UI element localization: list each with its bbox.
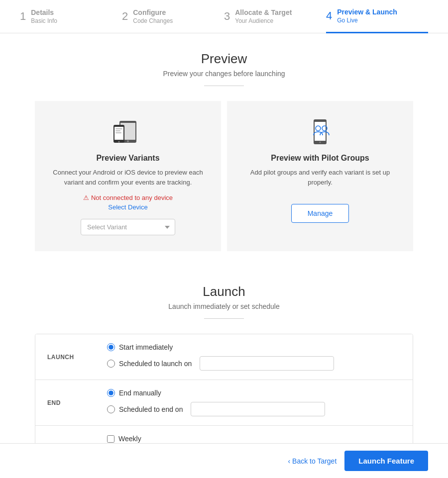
scheduled-end-date-input[interactable] [191,402,325,416]
start-immediately-label: Start immediately [119,343,173,351]
svg-rect-6 [115,130,120,131]
select-device-link[interactable]: Select Device [108,203,147,211]
svg-rect-10 [315,122,326,141]
launch-row-options: Start immediately Scheduled to launch on [107,343,401,371]
end-row-label: END [47,399,107,406]
launch-feature-button[interactable]: Launch Feature [344,451,428,471]
preview-pilot-card: Preview with Pilot Groups Add pilot grou… [227,101,413,251]
step-title-configure: Configure [133,8,173,16]
launch-divider [204,318,244,319]
step-title-allocate: Allocate & Target [235,8,292,16]
back-to-target-link[interactable]: ‹ Back to Target [288,457,336,465]
launch-row: LAUNCH Start immediately Scheduled to la… [35,334,413,380]
step-number-4: 4 [326,10,332,21]
end-manually-label: End manually [119,389,161,397]
step-number-2: 2 [122,11,128,22]
step-subtitle-preview-launch: Go Live [337,17,397,24]
preview-variants-title: Preview Variants [96,154,159,163]
preview-subtitle: Preview your changes before launching [35,70,413,78]
error-icon: ⚠ [83,194,89,201]
step-number-1: 1 [20,11,26,22]
svg-point-13 [320,142,321,143]
start-immediately-option[interactable]: Start immediately [107,343,401,351]
svg-point-2 [127,140,129,142]
launch-title: Launch [35,284,413,299]
scheduled-launch-date-input[interactable] [200,356,334,371]
select-variant-dropdown[interactable]: Select Variant [81,219,175,235]
weekly-label: Weekly [118,435,141,443]
step-allocate[interactable]: 3 Allocate & Target Your Audience [224,0,326,33]
step-details[interactable]: 1 Details Basic Info [20,0,122,33]
weekly-option[interactable]: Weekly [107,435,401,443]
preview-section-header: Preview Preview your changes before laun… [35,33,413,96]
end-row-options: End manually Scheduled to end on [107,389,401,416]
svg-rect-5 [115,128,122,129]
preview-divider [204,86,244,86]
step-title-preview-launch: Preview & Launch [337,8,397,16]
launch-section-header: Launch Launch immediately or set schedul… [35,266,413,329]
preview-pilot-description: Add pilot groups and verify each variant… [239,168,401,187]
end-row: END End manually Scheduled to end on [35,380,413,426]
preview-variants-card: Preview Variants Connect your Android or… [35,101,221,251]
manage-button[interactable]: Manage [291,204,349,223]
main-content: Preview Preview your changes before laun… [0,33,448,478]
pilot-icon [303,117,337,147]
scheduled-end-option[interactable]: Scheduled to end on [107,402,401,416]
step-preview-launch[interactable]: 4 Preview & Launch Go Live [326,0,428,33]
footer: ‹ Back to Target Launch Feature [0,443,448,478]
end-manually-radio[interactable] [107,389,115,397]
step-subtitle-configure: Code Changes [133,17,173,24]
back-chevron-icon: ‹ [288,457,290,465]
device-icon [111,117,145,147]
end-manually-option[interactable]: End manually [107,389,401,397]
step-title-details: Details [31,8,57,16]
scheduled-launch-option[interactable]: Scheduled to launch on [107,356,401,371]
preview-pilot-title: Preview with Pilot Groups [271,154,369,163]
scheduled-launch-radio[interactable] [107,360,115,368]
scheduled-end-label: Scheduled to end on [119,405,183,413]
launch-subtitle: Launch immediately or set schedule [35,302,413,310]
svg-point-8 [118,141,120,143]
preview-cards: Preview Variants Connect your Android or… [35,101,413,251]
step-subtitle-details: Basic Info [31,17,57,24]
step-subtitle-allocate: Your Audience [235,17,292,24]
preview-title: Preview [35,51,413,67]
scheduled-launch-label: Scheduled to launch on [119,360,192,368]
stepper: 1 Details Basic Info 2 Configure Code Ch… [0,0,448,33]
launch-row-label: LAUNCH [47,354,107,361]
start-immediately-radio[interactable] [107,343,115,351]
svg-rect-7 [115,132,121,133]
launch-section: Launch Launch immediately or set schedul… [35,266,413,467]
weekly-checkbox[interactable] [107,435,114,443]
step-number-3: 3 [224,11,230,22]
preview-variants-description: Connect your Android or iOS device to pr… [47,168,209,187]
scheduled-end-radio[interactable] [107,405,115,413]
step-configure[interactable]: 2 Configure Code Changes [122,0,224,33]
preview-variants-error: ⚠ Not connected to any device [83,194,173,201]
